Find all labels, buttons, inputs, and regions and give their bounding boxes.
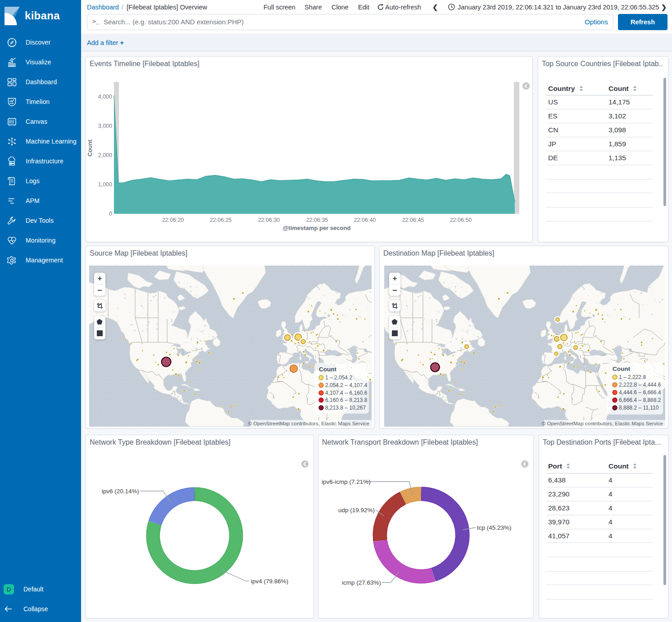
svg-text:3,000: 3,000 xyxy=(98,123,112,129)
svg-text:6,666.4 – 8,888.2: 6,666.4 – 8,888.2 xyxy=(619,397,661,403)
svg-text:Count: Count xyxy=(613,365,630,372)
svg-text:8,888.2 – 11,110: 8,888.2 – 11,110 xyxy=(619,405,659,411)
svg-text:tcp (45.23%): tcp (45.23%) xyxy=(477,524,512,531)
svg-text:22:06:40: 22:06:40 xyxy=(354,217,376,223)
svg-text:© OpenStreetMap contributors,: © OpenStreetMap contributors, Elastic Ma… xyxy=(542,421,663,426)
svg-text:udp (19.92%): udp (19.92%) xyxy=(338,507,375,514)
svg-text:1 – 2,222.8: 1 – 2,222.8 xyxy=(619,374,646,380)
svg-text:1,000: 1,000 xyxy=(98,181,112,188)
svg-text:22:06:20: 22:06:20 xyxy=(162,217,184,223)
svg-text:22:06:35: 22:06:35 xyxy=(306,217,328,223)
svg-text:ipv6 (20.14%): ipv6 (20.14%) xyxy=(102,488,139,495)
svg-text:4,444.6 – 6,666.4: 4,444.6 – 6,666.4 xyxy=(619,389,661,396)
svg-text:@timestamp per second: @timestamp per second xyxy=(283,225,351,231)
svg-text:8,213.8 – 10,267: 8,213.8 – 10,267 xyxy=(325,405,366,411)
svg-text:ipv6-icmp (7.21%): ipv6-icmp (7.21%) xyxy=(322,478,371,485)
svg-text:4,107.4 – 6,160.6: 4,107.4 – 6,160.6 xyxy=(325,390,368,396)
svg-text:2,000: 2,000 xyxy=(98,152,112,158)
svg-text:22:06:30: 22:06:30 xyxy=(258,217,280,223)
svg-text:4,000: 4,000 xyxy=(98,94,112,100)
svg-text:© OpenStreetMap contributors,: © OpenStreetMap contributors, Elastic Ma… xyxy=(248,421,369,426)
svg-text:0: 0 xyxy=(109,211,112,217)
svg-text:ipv4 (79.86%): ipv4 (79.86%) xyxy=(251,578,288,585)
svg-text:Count: Count xyxy=(86,140,93,157)
svg-text:2,054.2 – 4,107.4: 2,054.2 – 4,107.4 xyxy=(325,382,368,388)
svg-text:2,222.8 – 4,444.6: 2,222.8 – 4,444.6 xyxy=(619,382,661,388)
svg-text:22:06:50: 22:06:50 xyxy=(450,217,472,223)
svg-text:Count: Count xyxy=(319,366,336,373)
svg-text:1 – 2,054.2: 1 – 2,054.2 xyxy=(325,374,352,381)
svg-text:6,160.6 – 8,213.8: 6,160.6 – 8,213.8 xyxy=(325,397,368,403)
svg-text:icmp (27.63%): icmp (27.63%) xyxy=(342,579,381,586)
svg-text:22:06:25: 22:06:25 xyxy=(210,217,232,223)
svg-text:22:06:45: 22:06:45 xyxy=(402,217,424,223)
